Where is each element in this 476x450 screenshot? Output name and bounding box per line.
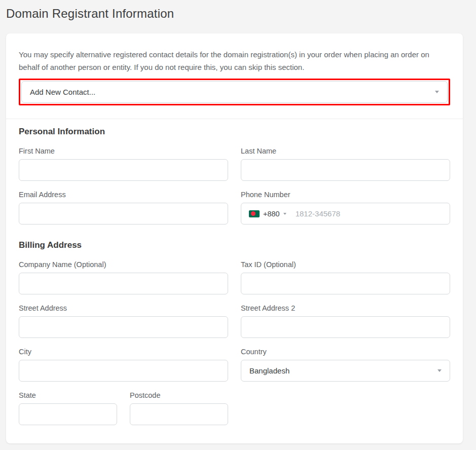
street-address-label: Street Address: [19, 304, 228, 313]
contact-select[interactable]: Add New Contact...: [21, 81, 448, 103]
state-postcode-row: State Postcode: [19, 391, 228, 425]
street-address-input[interactable]: [19, 316, 228, 338]
bangladesh-flag-icon: [249, 210, 260, 217]
city-input[interactable]: [19, 360, 228, 382]
street-address-2-field: Street Address 2: [241, 304, 450, 338]
first-name-input[interactable]: [19, 159, 228, 181]
dial-code: +880: [263, 210, 280, 218]
country-select-value: Bangladesh: [249, 366, 289, 375]
company-name-field: Company Name (Optional): [19, 260, 228, 294]
state-input[interactable]: [19, 403, 117, 425]
company-name-label: Company Name (Optional): [19, 260, 228, 269]
page: Domain Registrant Information You may sp…: [0, 0, 476, 443]
dial-code-selector[interactable]: +880: [249, 210, 286, 218]
street-address-field: Street Address: [19, 304, 228, 338]
country-label: Country: [241, 348, 450, 356]
postcode-input[interactable]: [130, 403, 228, 425]
tax-id-label: Tax ID (Optional): [241, 260, 450, 269]
city-label: City: [19, 348, 228, 356]
street-address-2-input[interactable]: [241, 316, 450, 338]
state-field: State: [19, 391, 117, 425]
last-name-label: Last Name: [241, 147, 450, 156]
personal-information-heading: Personal Information: [19, 127, 450, 137]
chevron-down-icon: [437, 369, 442, 372]
intro-description: You may specify alternative registered c…: [19, 48, 445, 73]
first-name-label: First Name: [19, 147, 228, 156]
email-input[interactable]: [19, 203, 228, 224]
country-select[interactable]: Bangladesh: [241, 360, 450, 382]
phone-label: Phone Number: [241, 191, 450, 199]
email-label: Email Address: [19, 191, 228, 199]
email-field: Email Address: [19, 191, 228, 224]
billing-address-heading: Billing Address: [19, 240, 450, 250]
city-field: City: [19, 348, 228, 382]
personal-fields-grid: First Name Last Name Email Address Phone…: [19, 147, 450, 224]
section-divider: [6, 119, 463, 119]
state-label: State: [19, 391, 117, 400]
chevron-down-icon: [435, 91, 439, 93]
tax-id-input[interactable]: [241, 273, 450, 294]
postcode-label: Postcode: [130, 391, 228, 400]
highlight-outline: Add New Contact...: [19, 79, 450, 105]
last-name-input[interactable]: [241, 159, 450, 181]
country-field: Country Bangladesh: [241, 348, 450, 382]
tax-id-field: Tax ID (Optional): [241, 260, 450, 294]
first-name-field: First Name: [19, 147, 228, 181]
postcode-field: Postcode: [130, 391, 228, 425]
phone-control: +880: [241, 203, 450, 224]
contact-select-value: Add New Contact...: [30, 88, 95, 96]
registrant-card: You may specify alternative registered c…: [6, 33, 463, 443]
page-title: Domain Registrant Information: [6, 7, 463, 21]
phone-field: Phone Number +880: [241, 191, 450, 224]
company-name-input[interactable]: [19, 273, 228, 294]
billing-fields-grid: Company Name (Optional) Tax ID (Optional…: [19, 260, 450, 425]
last-name-field: Last Name: [241, 147, 450, 181]
phone-number-input[interactable]: [286, 203, 450, 224]
street-address-2-label: Street Address 2: [241, 304, 450, 313]
